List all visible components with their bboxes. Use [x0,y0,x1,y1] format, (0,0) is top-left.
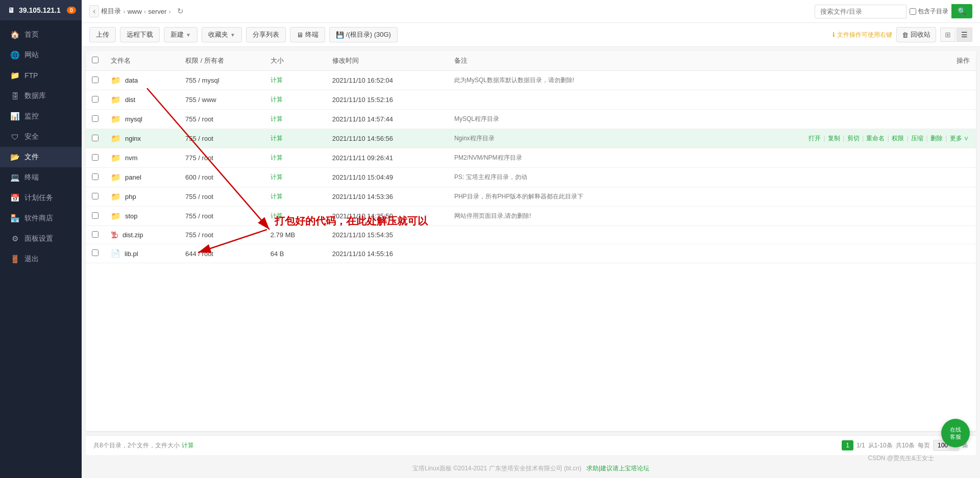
software-icon: 🏪 [10,214,19,223]
row-checkbox[interactable] [92,193,99,199]
favorites-button[interactable]: 收藏夹 ▼ [202,27,242,42]
row-filename[interactable]: php [125,193,136,200]
remote-download-button[interactable]: 远程下载 [120,27,160,42]
row-checkbox[interactable] [92,154,99,161]
row-name-cell: 📁 panel [105,168,179,187]
size-calc-link[interactable]: 计算 [271,173,283,181]
share-list-button[interactable]: 分享列表 [246,27,286,42]
sidebar-label-home: 首页 [24,30,39,39]
row-filename[interactable]: panel [125,173,141,181]
search-button[interactable]: 🔍 [951,4,972,18]
sidebar-item-website[interactable]: 🌐 网站 [0,45,82,65]
action-more[interactable]: 更多 ∨ [950,135,969,142]
row-filename[interactable]: nvm [125,154,138,162]
action-剪切[interactable]: 剪切 [847,135,860,142]
new-dropdown-arrow: ▼ [186,32,191,38]
footer-calc-link[interactable]: 计算 [182,442,194,449]
breadcrumb-server[interactable]: server [148,8,166,15]
sidebar-item-files[interactable]: 📂 文件 [0,147,82,167]
new-button[interactable]: 新建 ▼ [164,27,198,42]
sidebar-item-home[interactable]: 🏠 首页 [0,24,82,45]
row-size: 计算 [264,168,326,187]
view-grid-button[interactable]: ⊞ [940,28,955,42]
folder-icon: 📁 [111,76,121,85]
row-checkbox[interactable] [92,77,99,83]
row-filename[interactable]: data [125,77,138,84]
row-checkbox[interactable] [92,135,99,141]
table-row: 📁 mysql 755 / root 计算 2021/11/10 14:57:4… [86,110,976,129]
size-calc-link[interactable]: 计算 [271,135,283,142]
row-modified: 2021/11/10 14:55:16 [326,244,448,263]
breadcrumb-sep-2: › [144,8,146,15]
row-checkbox[interactable] [92,115,99,122]
row-filename[interactable]: dist [125,96,135,104]
breadcrumb-sep-1: › [123,8,125,15]
refresh-button[interactable]: ↻ [177,7,184,16]
size-calc-link[interactable]: 计算 [271,77,283,84]
size-calc-link[interactable]: 计算 [271,115,283,122]
row-name-cell: 📁 dist [105,90,179,110]
breadcrumb-root[interactable]: 根目录 [101,7,121,16]
file-footer: 共8个目录，2个文件，文件大小 计算 1 1/1 从1-10条 共10条 每页 … [86,435,976,455]
breadcrumb-www[interactable]: www [128,8,142,15]
sidebar-item-security[interactable]: 🛡 安全 [0,127,82,147]
recycle-button[interactable]: 🗑 回收站 [896,27,936,42]
action-权限[interactable]: 权限 [892,135,904,142]
action-重命名[interactable]: 重命名 [866,135,885,142]
action-删除[interactable]: 删除 [930,135,943,142]
row-filename[interactable]: mysql [125,115,142,123]
row-filename[interactable]: lib.pl [125,250,138,258]
upload-button[interactable]: 上传 [89,27,116,42]
size-calc-link[interactable]: 计算 [271,154,283,161]
sidebar-label-monitor: 监控 [24,112,39,121]
folder-icon: 📁 [111,134,121,143]
row-permission: 755 / mysql [179,71,264,90]
row-checkbox[interactable] [92,249,99,256]
sidebar-item-terminal[interactable]: 💻 终端 [0,167,82,188]
row-checkbox[interactable] [92,231,99,238]
zip-icon: 🗜 [111,231,118,239]
action-打开[interactable]: 打开 [808,135,821,142]
table-row: 📁 data 755 / mysql 计算 2021/11/10 16:52:0… [86,71,976,90]
sidebar-item-software[interactable]: 🏪 软件商店 [0,208,82,229]
sidebar-item-database[interactable]: 🗄 数据库 [0,86,82,106]
size-calc-link[interactable]: 计算 [271,193,283,200]
back-button[interactable]: ‹ [89,5,99,17]
row-checkbox-cell [86,110,105,129]
row-checkbox[interactable] [92,212,99,219]
search-input[interactable] [815,5,906,18]
th-filename: 文件名 [105,51,179,71]
table-row: 📁 nginx 755 / root 计算 2021/11/10 14:56:5… [86,129,976,148]
row-checkbox-cell [86,71,105,90]
action-压缩[interactable]: 压缩 [911,135,923,142]
sidebar-item-monitor[interactable]: 📊 监控 [0,106,82,127]
sidebar-item-settings[interactable]: ⚙ 面板设置 [0,229,82,249]
sidebar-item-tasks[interactable]: 📅 计划任务 [0,188,82,208]
row-checkbox[interactable] [92,96,99,103]
terminal-btn-icon: 🖥 [297,31,303,39]
include-subdir-checkbox[interactable] [910,8,916,15]
row-permission: 600 / root [179,168,264,187]
sidebar-item-ftp[interactable]: 📁 FTP [0,65,82,86]
row-note: 网站停用页面目录,请勿删除! [448,207,684,226]
row-filename[interactable]: nginx [125,135,141,142]
action-复制[interactable]: 复制 [828,135,840,142]
forum-link[interactable]: 求助|建议请上宝塔论坛 [586,465,649,472]
row-actions-cell [684,244,976,263]
row-actions-cell [684,110,976,129]
security-icon: 🛡 [10,133,19,141]
row-note: PS: 宝塔主程序目录，勿动 [448,168,684,187]
row-filename[interactable]: dist.zip [122,231,143,239]
size-calc-link[interactable]: 计算 [271,96,283,103]
new-label: 新建 [170,30,184,39]
online-chat-button[interactable]: 在线 客服 [941,419,970,447]
current-page-btn[interactable]: 1 [842,440,853,450]
view-list-button[interactable]: ☰ [957,28,972,42]
row-filename[interactable]: stop [125,212,138,220]
row-note: 此为MySQL数据库默认数据目录，请勿删除! [448,71,684,90]
sidebar-item-logout[interactable]: 🚪 退出 [0,249,82,269]
size-calc-link[interactable]: 计算 [271,212,283,219]
terminal-button[interactable]: 🖥 终端 [290,27,325,42]
row-checkbox[interactable] [92,173,99,180]
select-all-checkbox[interactable] [92,57,99,63]
